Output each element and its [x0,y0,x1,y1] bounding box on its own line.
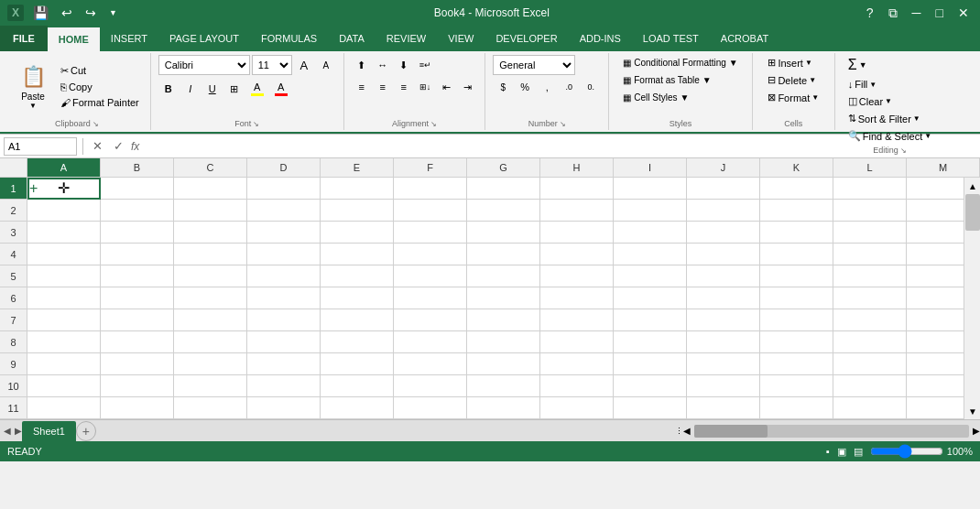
cell-D4[interactable] [247,244,321,265]
paste-dropdown[interactable]: ▼ [29,102,37,110]
cell-C5[interactable] [174,265,247,287]
top-align-btn[interactable]: ⬆ [352,55,372,75]
center-btn[interactable]: ≡ [373,77,393,97]
tab-file[interactable]: FILE [0,26,48,51]
cell-D1[interactable] [247,178,321,200]
cell-A8[interactable] [27,331,101,353]
cell-J5[interactable] [687,265,760,287]
normal-view-btn[interactable]: ▪ [826,446,830,457]
format-as-table-btn[interactable]: ▦ Format as Table ▼ [616,72,717,88]
increase-font-btn[interactable]: A [294,55,314,75]
cell-A9[interactable] [27,353,101,375]
restore-btn[interactable]: ⧉ [885,4,901,23]
cell-H4[interactable] [540,244,614,265]
col-header-L[interactable]: L [833,158,907,177]
col-header-E[interactable]: E [321,158,394,177]
cell-I10[interactable] [614,375,687,397]
scroll-sheet-left[interactable]: ◀ [4,426,11,436]
tab-page-layout[interactable]: PAGE LAYOUT [158,26,250,51]
alignment-expand[interactable]: ↘ [430,120,437,128]
cell-H8[interactable] [540,331,614,353]
cell-D5[interactable] [247,265,321,287]
row-header-6[interactable]: 6 [0,287,27,309]
row-header-4[interactable]: 4 [0,244,27,265]
row-header-1[interactable]: 1 [0,178,27,200]
paste-button[interactable]: 📋 Paste ▼ [11,59,55,114]
cell-L3[interactable] [833,222,907,244]
cell-A7[interactable] [27,309,101,331]
cell-H11[interactable] [540,397,614,419]
cell-H10[interactable] [540,375,614,397]
cell-G7[interactable] [467,309,540,331]
sheet-tab-1[interactable]: Sheet1 [22,421,76,441]
cell-F7[interactable] [394,309,467,331]
scroll-track[interactable] [964,194,980,403]
cell-K6[interactable] [760,287,833,309]
cell-D9[interactable] [247,353,321,375]
scroll-thumb[interactable] [965,194,980,231]
scrollbar-dots[interactable]: ⋮ [676,425,681,438]
cell-J3[interactable] [687,222,760,244]
scroll-right-btn[interactable]: ▶ [973,426,980,436]
col-header-I[interactable]: I [614,158,687,177]
cell-styles-dropdown[interactable]: ▼ [681,92,690,103]
wrap-text-btn[interactable]: ≡↵ [415,55,436,75]
cell-E10[interactable] [321,375,394,397]
cell-L5[interactable] [833,265,907,287]
tab-home[interactable]: HOME [48,26,100,51]
increase-indent-btn[interactable]: ⇥ [457,77,477,97]
cell-G1[interactable] [467,178,540,200]
h-scroll-thumb[interactable] [694,425,768,438]
right-align-btn[interactable]: ≡ [394,77,414,97]
clear-dropdown[interactable]: ▼ [885,97,892,105]
cell-L10[interactable] [833,375,907,397]
cell-A2[interactable] [27,200,101,222]
sort-filter-btn[interactable]: ⇅ Sort & Filter ▼ [843,111,926,126]
cell-M3[interactable] [907,222,964,244]
cell-L4[interactable] [833,244,907,265]
page-break-view-btn[interactable]: ▤ [854,446,863,458]
cell-B11[interactable] [101,397,174,419]
percent-btn[interactable]: % [515,77,535,97]
cell-B10[interactable] [101,375,174,397]
scroll-left-btn[interactable]: ◀ [683,426,691,436]
enter-formula-btn[interactable]: ✓ [110,137,127,155]
page-layout-view-btn[interactable]: ▣ [837,446,846,458]
cell-C4[interactable] [174,244,247,265]
cell-F9[interactable] [394,353,467,375]
cell-B4[interactable] [101,244,174,265]
tab-acrobat[interactable]: ACROBAT [710,26,779,51]
cell-J9[interactable] [687,353,760,375]
cell-B8[interactable] [101,331,174,353]
cell-K10[interactable] [760,375,833,397]
cell-D7[interactable] [247,309,321,331]
quick-redo-btn[interactable]: ↪ [82,4,100,22]
quick-access-dropdown[interactable]: ▼ [105,6,121,19]
cell-J7[interactable] [687,309,760,331]
tab-developer[interactable]: DEVELOPER [485,26,568,51]
cell-E8[interactable] [321,331,394,353]
cell-I2[interactable] [614,200,687,222]
cell-J6[interactable] [687,287,760,309]
cell-G2[interactable] [467,200,540,222]
tab-data[interactable]: DATA [328,26,376,51]
font-name-select[interactable]: Calibri [158,55,250,75]
row-header-5[interactable]: 5 [0,265,27,287]
cell-C10[interactable] [174,375,247,397]
conditional-formatting-dropdown[interactable]: ▼ [729,58,738,68]
col-header-D[interactable]: D [247,158,321,177]
cell-H1[interactable] [540,178,614,200]
cell-L6[interactable] [833,287,907,309]
quick-undo-btn[interactable]: ↩ [58,4,76,22]
cell-I5[interactable] [614,265,687,287]
cell-F2[interactable] [394,200,467,222]
vertical-scrollbar[interactable]: ▲ ▼ [964,178,980,419]
col-header-H[interactable]: H [540,158,614,177]
minimize-btn[interactable]: ─ [909,4,925,22]
cell-D11[interactable] [247,397,321,419]
cell-I4[interactable] [614,244,687,265]
cell-L1[interactable] [833,178,907,200]
tab-view[interactable]: VIEW [437,26,485,51]
copy-button[interactable]: ⎘ Copy [57,80,143,94]
cell-H3[interactable] [540,222,614,244]
